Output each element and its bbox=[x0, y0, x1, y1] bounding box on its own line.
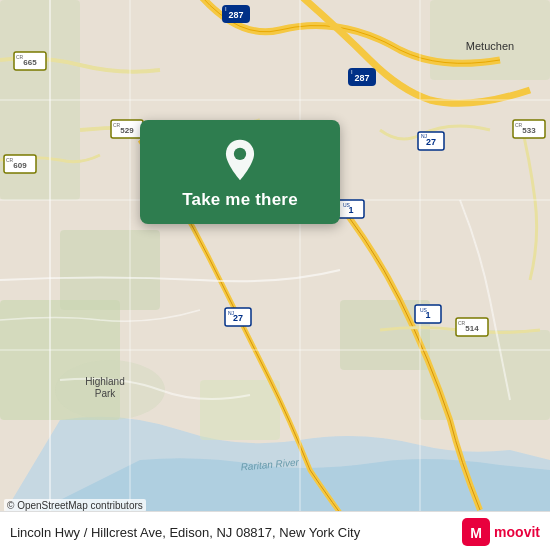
map-background: 287 I 287 I 1 US 1 US 27 NJ 27 NJ 665 CR… bbox=[0, 0, 550, 550]
map-container: 287 I 287 I 1 US 1 US 27 NJ 27 NJ 665 CR… bbox=[0, 0, 550, 550]
moovit-icon: M bbox=[462, 518, 490, 546]
svg-text:Highland: Highland bbox=[85, 376, 124, 387]
svg-text:NJ: NJ bbox=[228, 310, 235, 316]
svg-text:514: 514 bbox=[465, 324, 479, 333]
svg-text:US: US bbox=[420, 307, 428, 313]
svg-text:27: 27 bbox=[426, 137, 436, 147]
take-me-there-button[interactable]: Take me there bbox=[140, 120, 340, 224]
svg-text:CR: CR bbox=[113, 122, 121, 128]
svg-text:609: 609 bbox=[13, 161, 27, 170]
svg-text:665: 665 bbox=[23, 58, 37, 67]
svg-text:NJ: NJ bbox=[421, 133, 428, 139]
svg-text:Park: Park bbox=[95, 388, 117, 399]
svg-rect-7 bbox=[200, 380, 280, 440]
svg-text:CR: CR bbox=[515, 122, 523, 128]
svg-text:287: 287 bbox=[354, 73, 369, 83]
svg-point-53 bbox=[234, 148, 246, 160]
svg-rect-4 bbox=[60, 230, 160, 310]
svg-text:27: 27 bbox=[233, 313, 243, 323]
address-text: Lincoln Hwy / Hillcrest Ave, Edison, NJ … bbox=[10, 525, 462, 540]
moovit-name: moovit bbox=[494, 524, 540, 540]
svg-text:287: 287 bbox=[228, 10, 243, 20]
svg-text:CR: CR bbox=[6, 157, 14, 163]
moovit-logo: M moovit bbox=[462, 518, 540, 546]
svg-text:Metuchen: Metuchen bbox=[466, 40, 514, 52]
location-pin-icon bbox=[218, 138, 262, 182]
svg-text:M: M bbox=[470, 525, 482, 541]
bottom-bar: Lincoln Hwy / Hillcrest Ave, Edison, NJ … bbox=[0, 511, 550, 550]
svg-text:CR: CR bbox=[16, 54, 24, 60]
take-me-there-label: Take me there bbox=[182, 190, 298, 210]
svg-text:CR: CR bbox=[458, 320, 466, 326]
svg-rect-6 bbox=[420, 330, 550, 420]
svg-text:US: US bbox=[343, 202, 351, 208]
svg-text:529: 529 bbox=[120, 126, 134, 135]
svg-text:533: 533 bbox=[522, 126, 536, 135]
